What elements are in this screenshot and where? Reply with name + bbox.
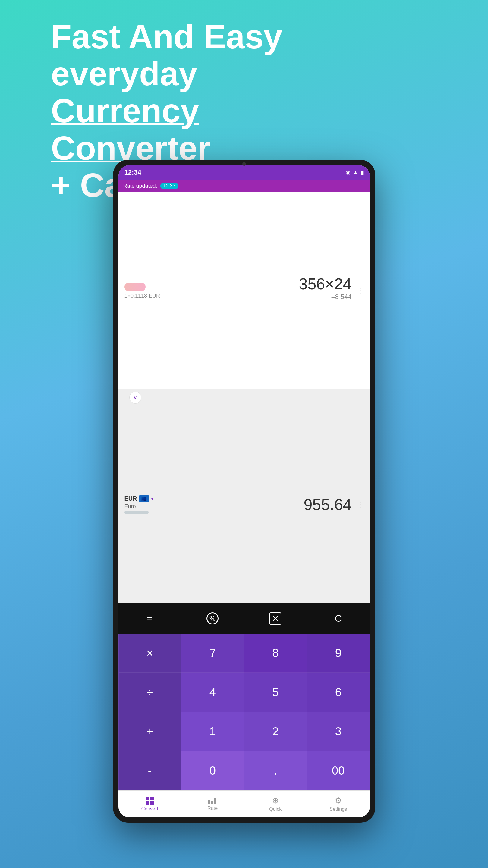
num-4-label: 4 — [210, 686, 216, 699]
calc-plus-button[interactable]: + — [118, 712, 181, 751]
top-amount-display: 356×24 =8 544 — [299, 275, 352, 301]
calc-0-button[interactable]: 0 — [181, 751, 244, 790]
tablet-camera — [242, 162, 246, 166]
status-time: 12:34 — [124, 168, 141, 176]
divide-icon: ÷ — [147, 686, 153, 699]
calc-1-button[interactable]: 1 — [181, 712, 244, 751]
calc-divide-button[interactable]: ÷ — [118, 673, 181, 712]
num-00-label: 00 — [332, 764, 344, 777]
rate-bar: Rate updated: 12:33 — [118, 180, 370, 192]
calculator: = % ✕ C × 7 8 9 — [118, 603, 370, 790]
calc-5-button[interactable]: 5 — [244, 673, 307, 712]
backspace-icon: ✕ — [270, 613, 281, 625]
status-icons: ◉ ▲ ▮ — [346, 169, 364, 176]
location-icon: ◉ — [346, 169, 350, 176]
eur-flag: 🇪🇺 — [139, 495, 149, 502]
top-currency-row[interactable]: 1=0.1118 EUR 356×24 =8 544 ⋮ — [118, 192, 370, 389]
top-amount-main: 356×24 — [299, 275, 352, 293]
multiply-icon: × — [147, 647, 153, 660]
num-0-label: 0 — [210, 764, 216, 777]
num-9-label: 9 — [335, 647, 341, 660]
num-5-label: 5 — [272, 686, 278, 699]
num-2-label: 2 — [272, 725, 278, 738]
num-8-label: 8 — [272, 647, 278, 660]
minus-icon: - — [148, 764, 152, 777]
top-amount-result: =8 544 — [299, 293, 352, 301]
bottom-more-button[interactable]: ⋮ — [357, 500, 364, 509]
nav-settings[interactable]: ⚙ Settings — [307, 790, 370, 817]
wifi-icon: ▲ — [353, 169, 358, 176]
swap-divider: ∨ — [118, 389, 370, 406]
chevron-down-icon: ∨ — [133, 394, 137, 401]
currency-area: 1=0.1118 EUR 356×24 =8 544 ⋮ ∨ EUR 🇪🇺 ▾ — [118, 192, 370, 603]
hero-line1: Fast And Easy everyday — [51, 18, 322, 92]
settings-icon: ⚙ — [335, 796, 342, 805]
calc-6-button[interactable]: 6 — [307, 673, 370, 712]
rate-icon — [208, 797, 217, 804]
calc-2-button[interactable]: 2 — [244, 712, 307, 751]
tablet-device: 12:34 ◉ ▲ ▮ Rate updated: 12:33 1=0.1118… — [113, 160, 375, 823]
calc-equals-button[interactable]: = — [118, 603, 181, 633]
hero-line2: Currency Converter — [51, 92, 322, 166]
calc-clear-button[interactable]: C — [307, 603, 370, 633]
calc-top-row: = % ✕ C — [118, 603, 370, 633]
swap-button[interactable]: ∨ — [129, 392, 141, 404]
calc-backspace-button[interactable]: ✕ — [244, 603, 307, 633]
calc-percent-button[interactable]: % — [181, 603, 244, 633]
top-more-button[interactable]: ⋮ — [357, 286, 364, 295]
calc-4-button[interactable]: 4 — [181, 673, 244, 712]
num-6-label: 6 — [335, 686, 341, 699]
rate-visual-bar — [124, 511, 149, 514]
clear-label: C — [335, 613, 342, 624]
bottom-amount-main: 955.64 — [304, 495, 352, 514]
nav-rate-label: Rate — [207, 806, 218, 811]
calc-3-button[interactable]: 3 — [307, 712, 370, 751]
calc-numpad-grid: × 7 8 9 ÷ 4 5 6 + 1 2 3 - 0 — [118, 633, 370, 790]
nav-convert-label: Convert — [141, 806, 158, 812]
nav-quick[interactable]: ⊕ Quick — [244, 790, 307, 817]
battery-icon: ▮ — [361, 169, 364, 176]
top-flag — [124, 283, 146, 291]
plus-icon: + — [147, 725, 153, 738]
calc-minus-button[interactable]: - — [118, 751, 181, 790]
num-3-label: 3 — [335, 725, 341, 738]
rate-label: Rate updated: — [123, 183, 157, 189]
convert-icon — [146, 797, 154, 805]
bottom-amount-display: 955.64 — [304, 495, 352, 514]
calc-00-button[interactable]: 00 — [307, 751, 370, 790]
calc-8-button[interactable]: 8 — [244, 633, 307, 673]
nav-quick-label: Quick — [269, 807, 281, 812]
bottom-currency-row[interactable]: EUR 🇪🇺 ▾ Euro 955.64 ⋮ — [118, 406, 370, 604]
calc-multiply-button[interactable]: × — [118, 633, 181, 673]
dot-label: . — [274, 764, 277, 777]
currency-dropdown-icon[interactable]: ▾ — [151, 496, 153, 501]
status-bar: 12:34 ◉ ▲ ▮ — [118, 165, 370, 180]
tablet-screen: 12:34 ◉ ▲ ▮ Rate updated: 12:33 1=0.1118… — [118, 165, 370, 817]
num-1-label: 1 — [210, 725, 216, 738]
calc-7-button[interactable]: 7 — [181, 633, 244, 673]
nav-rate[interactable]: Rate — [181, 790, 244, 817]
rate-time-badge: 12:33 — [160, 183, 178, 189]
nav-settings-label: Settings — [330, 807, 347, 812]
quick-icon: ⊕ — [272, 796, 279, 805]
percent-icon: % — [207, 613, 218, 624]
bottom-nav: Convert Rate ⊕ Quick ⚙ Settings — [118, 790, 370, 817]
calc-dot-button[interactable]: . — [244, 751, 307, 790]
bottom-currency-code: EUR — [124, 495, 137, 502]
num-7-label: 7 — [210, 647, 216, 660]
nav-convert[interactable]: Convert — [118, 790, 181, 817]
calc-9-button[interactable]: 9 — [307, 633, 370, 673]
equals-icon: = — [147, 613, 153, 624]
calc-numpad: × 7 8 9 ÷ 4 5 6 + 1 2 3 - 0 — [118, 633, 370, 790]
